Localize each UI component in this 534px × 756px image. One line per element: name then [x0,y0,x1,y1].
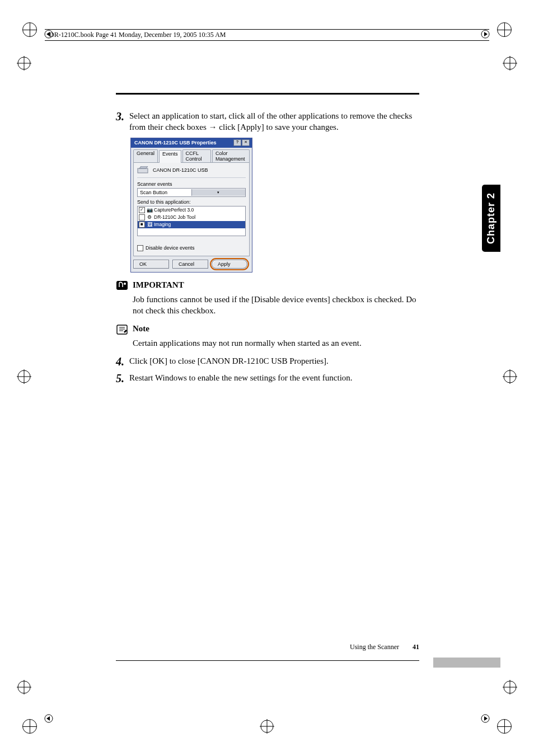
list-item[interactable]: ✓ 📷 CapturePerfect 3.0 [138,206,245,214]
app-icon: 📷 [147,207,152,213]
dialog-title-text: CANON DR-1210C USB Properties [134,140,217,145]
running-head: DR-1210C.book Page 41 Monday, December 1… [45,29,489,41]
scanner-events-dropdown[interactable]: Scan Button ▾ [137,188,246,197]
svg-point-32 [124,283,126,285]
chapter-tab-label: Chapter 2 [485,192,496,244]
step-5: 5. Restart Windows to enable the new set… [116,372,419,384]
step-4: 4. Click [OK] to close [CANON DR-1210C U… [116,355,419,368]
dialog-body: General Events CCFL Control Color Manage… [131,148,252,272]
list-item-label: CapturePerfect 3.0 [154,207,194,213]
cross-mark-icon [17,680,31,694]
registration-mark-icon [497,719,512,734]
svg-marker-7 [484,716,488,721]
application-listbox[interactable]: ✓ 📷 CapturePerfect 3.0 ⚙ DR-1210C Job To… [137,206,246,236]
step-text: Click [OK] to close [CANON DR-1210C USB … [129,355,419,368]
scanner-events-label: Scanner events [137,181,246,187]
cross-mark-icon [17,369,31,384]
note-icon [116,324,128,335]
note-callout: Note [116,324,419,335]
device-name: CANON DR-1210C USB [153,167,208,173]
step-text: Restart Windows to enable the new settin… [129,372,419,384]
step-number: 5. [116,372,129,384]
list-item-label: DR-1210C Job Tool [154,214,195,220]
cross-mark-icon [260,719,274,734]
registration-mark-icon [22,719,37,734]
cross-mark-icon [503,56,517,71]
tab-ccfl[interactable]: CCFL Control [182,149,211,162]
scanner-events-group: Scanner events Scan Button ▾ [137,181,246,197]
important-body: Job functions cannot be used if the [Dis… [133,294,419,317]
chapter-tab: Chapter 2 [482,185,500,252]
dialog-help-button[interactable]: ? [233,139,241,146]
running-head-text: DR-1210C.book Page 41 Monday, December 1… [49,31,226,39]
apply-button[interactable]: Apply [212,260,247,269]
registration-mark-icon [497,22,512,37]
device-row: CANON DR-1210C USB [137,166,246,178]
cancel-button[interactable]: Cancel [172,260,208,269]
tab-general[interactable]: General [133,149,158,162]
dialog-titlebar: CANON DR-1210C USB Properties ? × [131,138,252,148]
svg-marker-30 [139,166,148,168]
send-to-label: Send to this application: [137,199,246,205]
dialog-tabs: General Events CCFL Control Color Manage… [133,149,250,162]
app-icon: 🖼 [147,222,152,227]
section-rule [116,93,419,95]
ok-button[interactable]: OK [133,260,169,269]
svg-rect-29 [138,168,148,173]
page-number: 41 [413,643,419,651]
note-title: Note [133,324,149,335]
disable-events-label: Disable device events [146,245,195,251]
cross-mark-icon [503,680,517,694]
step-number: 4. [116,355,129,368]
step-number: 3. [116,110,129,133]
tab-panel: CANON DR-1210C USB Scanner events Scan B… [133,162,250,256]
tab-events[interactable]: Events [159,150,181,163]
scanner-icon [137,166,149,174]
dialog-close-button[interactable]: × [242,139,250,146]
list-item[interactable]: ■ 🖼 Imaging [138,221,245,228]
cross-mark-icon [503,369,517,384]
checkbox-icon[interactable] [139,214,145,220]
footer-accent-bar [433,658,500,668]
send-to-group: Send to this application: ✓ 📷 CapturePer… [137,199,246,236]
arrow-icon [480,713,490,724]
content-area: 3. Select an application to start, click… [116,93,419,661]
app-icon: ⚙ [147,214,152,220]
important-title: IMPORTANT [133,280,184,292]
footer-section: Using the Scanner [350,643,399,651]
checkbox-icon[interactable]: ■ [139,222,145,228]
disable-events-checkbox[interactable] [137,245,143,251]
arrow-icon [44,713,54,724]
important-callout: IMPORTANT [116,280,419,292]
step-text: Select an application to start, click al… [129,110,419,133]
registration-mark-icon [22,22,37,37]
important-icon [116,280,128,292]
footer-rule [116,660,419,661]
cross-mark-icon [17,56,31,71]
checkbox-icon[interactable]: ✓ [139,207,145,213]
disable-events-row: Disable device events [137,245,246,251]
svg-rect-33 [117,325,127,334]
chevron-down-icon: ▾ [191,189,246,196]
page-footer: Using the Scanner 41 [116,643,419,661]
dialog-button-row: OK Cancel Apply [133,256,250,269]
list-item[interactable]: ⚙ DR-1210C Job Tool [138,214,245,221]
svg-marker-5 [46,716,50,721]
note-body: Certain applications may not run normall… [133,337,419,349]
properties-dialog: CANON DR-1210C USB Properties ? × Genera… [130,138,252,273]
list-item-label: Imaging [154,222,171,227]
step-3: 3. Select an application to start, click… [116,110,419,133]
scanner-events-value: Scan Button [138,190,191,195]
tab-color-management[interactable]: Color Management [212,149,250,162]
